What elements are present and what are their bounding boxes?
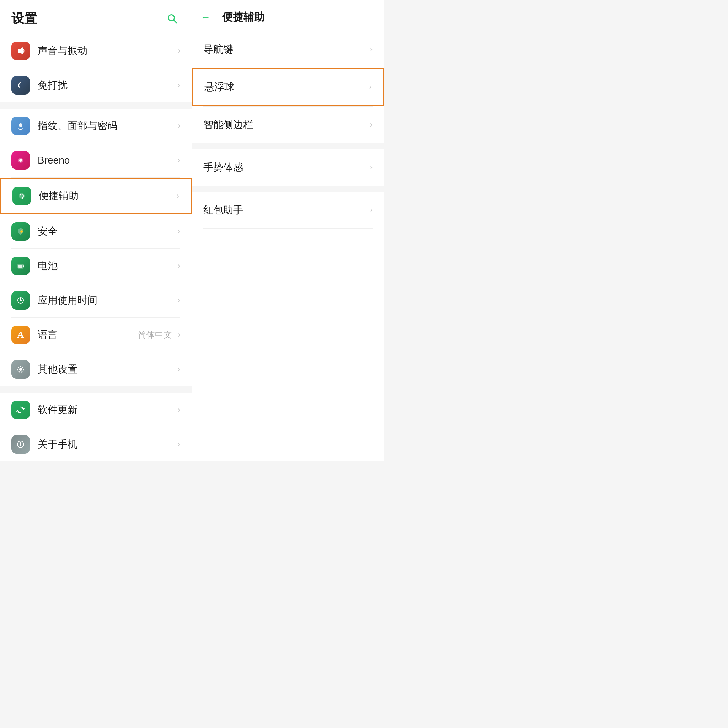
right-item-gesture[interactable]: 手势体感 › <box>192 149 384 185</box>
svg-rect-11 <box>23 265 24 267</box>
dnd-chevron: › <box>178 81 180 90</box>
svg-point-3 <box>19 123 22 127</box>
svg-point-14 <box>19 368 22 371</box>
float-ball-label: 悬浮球 <box>204 80 366 94</box>
quickassist-label: 便捷辅助 <box>39 189 174 203</box>
redpacket-label: 红包助手 <box>203 203 367 217</box>
right-section-divider-2 <box>192 185 384 192</box>
settings-item-about[interactable]: i 关于手机 › <box>0 427 191 461</box>
search-button[interactable] <box>165 11 180 27</box>
security-chevron: › <box>178 227 180 236</box>
search-icon <box>167 13 178 24</box>
gesture-label: 手势体感 <box>203 161 367 174</box>
svg-text:i: i <box>20 442 21 447</box>
right-item-smart-sidebar[interactable]: 智能侧边栏 › <box>192 107 384 143</box>
apptime-icon <box>11 291 30 310</box>
settings-title: 设置 <box>11 10 37 28</box>
right-section-divider-1 <box>192 143 384 149</box>
left-settings-panel: 设置 声音与振动 › 免打扰 › <box>0 0 192 461</box>
settings-item-sound[interactable]: 声音与振动 › <box>0 34 191 68</box>
left-header: 设置 <box>0 0 191 34</box>
sound-chevron: › <box>178 46 180 55</box>
right-item-nav-keys[interactable]: 导航键 › <box>192 31 384 67</box>
update-label: 软件更新 <box>38 403 175 417</box>
language-label: 语言 <box>38 328 138 342</box>
fingerprint-label: 指纹、面部与密码 <box>38 119 175 133</box>
section-divider-1 <box>0 102 191 109</box>
smart-sidebar-chevron: › <box>370 120 373 129</box>
update-icon <box>11 401 30 419</box>
right-header: ← 便捷辅助 <box>192 0 384 31</box>
other-chevron: › <box>178 365 180 374</box>
sound-icon <box>11 41 30 60</box>
dnd-label: 免打扰 <box>38 78 175 92</box>
settings-list: 声音与振动 › 免打扰 › 指纹、面部与密码 › Breeno <box>0 34 191 461</box>
right-panel-title: 便捷辅助 <box>222 10 265 24</box>
redpacket-chevron: › <box>370 205 373 215</box>
right-settings-list: 导航键 › 悬浮球 › 智能侧边栏 › 手势体感 › 红包助手 › <box>192 31 384 461</box>
settings-item-apptime[interactable]: 应用使用时间 › <box>0 283 191 317</box>
fingerprint-icon <box>11 116 30 135</box>
gesture-chevron: › <box>370 163 373 172</box>
quickassist-chevron: › <box>177 191 179 200</box>
svg-point-7 <box>22 198 23 199</box>
settings-item-update[interactable]: 软件更新 › <box>0 393 191 427</box>
apptime-label: 应用使用时间 <box>38 294 175 307</box>
about-chevron: › <box>178 440 180 449</box>
fingerprint-chevron: › <box>178 121 180 130</box>
breeno-label: Breeno <box>38 154 175 166</box>
sound-label: 声音与振动 <box>38 44 175 58</box>
breeno-chevron: › <box>178 156 180 165</box>
back-button[interactable]: ← <box>200 12 210 23</box>
breeno-icon <box>11 151 30 170</box>
dnd-icon <box>11 76 30 95</box>
update-chevron: › <box>178 405 180 414</box>
battery-label: 电池 <box>38 259 175 273</box>
settings-item-language[interactable]: A 语言 简体中文 › <box>0 318 191 352</box>
svg-point-5 <box>19 159 22 162</box>
battery-chevron: › <box>178 261 180 271</box>
language-chevron: › <box>178 330 180 340</box>
settings-item-battery[interactable]: 电池 › <box>0 249 191 283</box>
security-icon: ⚡ <box>11 222 30 241</box>
quickassist-icon <box>12 187 31 205</box>
settings-item-breeno[interactable]: Breeno › <box>0 143 191 177</box>
language-icon: A <box>11 326 30 344</box>
nav-keys-label: 导航键 <box>203 43 367 56</box>
section-divider-2 <box>0 386 191 393</box>
svg-text:⚡: ⚡ <box>19 229 24 234</box>
other-icon <box>11 360 30 379</box>
header-divider <box>216 12 217 22</box>
right-settings-panel: ← 便捷辅助 导航键 › 悬浮球 › 智能侧边栏 › 手势体感 › <box>192 0 384 461</box>
language-sublabel: 简体中文 <box>138 329 172 341</box>
apptime-chevron: › <box>178 296 180 305</box>
about-label: 关于手机 <box>38 437 175 451</box>
other-label: 其他设置 <box>38 362 175 376</box>
nav-keys-chevron: › <box>370 45 373 54</box>
settings-item-other[interactable]: 其他设置 › <box>0 352 191 386</box>
svg-line-1 <box>174 20 177 23</box>
smart-sidebar-label: 智能侧边栏 <box>203 118 367 132</box>
right-item-redpacket[interactable]: 红包助手 › <box>192 192 384 228</box>
battery-icon <box>11 257 30 275</box>
settings-item-dnd[interactable]: 免打扰 › <box>0 68 191 102</box>
security-label: 安全 <box>38 225 175 238</box>
right-item-float-ball[interactable]: 悬浮球 › <box>192 68 384 106</box>
settings-item-quickassist[interactable]: 便捷辅助 › <box>0 178 191 214</box>
svg-marker-2 <box>18 47 23 54</box>
right-divider-5 <box>203 228 373 229</box>
settings-item-fingerprint[interactable]: 指纹、面部与密码 › <box>0 109 191 143</box>
about-icon: i <box>11 435 30 454</box>
settings-item-security[interactable]: ⚡ 安全 › <box>0 214 191 248</box>
float-ball-chevron: › <box>369 83 372 92</box>
svg-rect-12 <box>18 265 22 268</box>
